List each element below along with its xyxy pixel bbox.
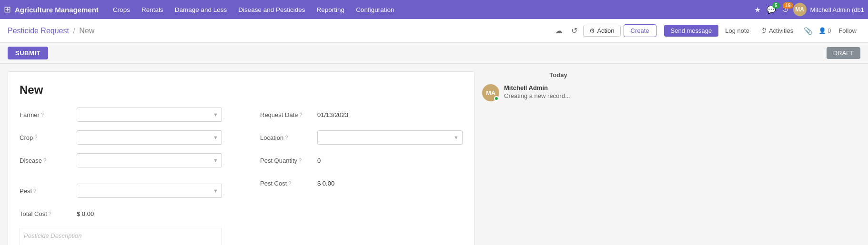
- avatar[interactable]: MA: [793, 3, 807, 16]
- farmer-field: Farmer ? ▼: [20, 106, 222, 123]
- form-right-column: Request Date ? 01/13/2023 Location ? ▼: [241, 106, 463, 245]
- pest-cost-field: Pest Cost ? $ 0.00: [260, 175, 463, 192]
- disease-help-icon[interactable]: ?: [43, 157, 46, 163]
- pest-label: Pest ?: [20, 187, 77, 195]
- action-button[interactable]: ⚙ Action: [583, 25, 620, 37]
- pest-select-wrapper: ▼: [77, 184, 222, 198]
- nav-item-configuration[interactable]: Configuration: [351, 0, 399, 19]
- top-navigation: ⊞ Agriculture Management Crops Rentals D…: [0, 0, 868, 19]
- crop-field: Crop ? ▼: [20, 129, 222, 146]
- breadcrumb-current: New: [79, 27, 94, 35]
- chatter-message: MA Mitchell Admin Creating a new record.…: [482, 84, 635, 101]
- followers-person-icon: 👤: [818, 27, 826, 34]
- chatter-today: Today: [482, 71, 635, 78]
- farmer-select-wrapper: ▼: [77, 108, 222, 122]
- request-date-field: Request Date ? 01/13/2023: [260, 106, 463, 123]
- breadcrumb-parent[interactable]: Pesticide Request: [8, 27, 69, 35]
- main-content: New Farmer ? ▼ Cro: [0, 64, 868, 245]
- farmer-help-icon[interactable]: ?: [41, 112, 44, 118]
- status-badge: DRAFT: [827, 47, 860, 59]
- chatter-username: Mitchell Admin: [504, 84, 635, 91]
- clock-badge: 19: [783, 2, 793, 9]
- request-date-help-icon[interactable]: ?: [300, 112, 303, 118]
- pesticide-description-area[interactable]: Pesticide Description: [20, 228, 222, 245]
- attachment-icon[interactable]: 📎: [802, 25, 815, 37]
- disease-label: Disease ?: [20, 157, 77, 164]
- crop-help-icon[interactable]: ?: [34, 135, 37, 140]
- location-help-icon[interactable]: ?: [285, 135, 288, 140]
- location-field: Location ? ▼: [260, 129, 463, 146]
- nav-item-disease-and-pesticides[interactable]: Disease and Pesticides: [233, 0, 310, 19]
- chatter-message-text: Creating a new record...: [504, 92, 635, 99]
- app-title: Agriculture Management: [15, 6, 99, 14]
- form-container: New Farmer ? ▼ Cro: [8, 71, 474, 245]
- farmer-input[interactable]: [77, 108, 222, 122]
- discard-button[interactable]: ↺: [568, 24, 580, 37]
- chat-badge: 5: [772, 2, 780, 9]
- online-dot: [494, 96, 499, 101]
- activities-icon: ⏱: [761, 27, 767, 34]
- create-button[interactable]: Create: [624, 24, 656, 37]
- app-grid-icon[interactable]: ⊞: [4, 4, 11, 15]
- star-icon[interactable]: ★: [752, 4, 763, 15]
- save-cloud-button[interactable]: ☁: [552, 24, 565, 37]
- nav-item-reporting[interactable]: Reporting: [312, 0, 350, 19]
- pest-cost-help-icon[interactable]: ?: [288, 180, 291, 186]
- form-left-column: Farmer ? ▼ Crop ? ▼: [20, 106, 241, 245]
- chat-button[interactable]: 💬 5: [767, 5, 776, 14]
- pest-input[interactable]: [77, 184, 222, 198]
- left-separator: [20, 175, 222, 178]
- pest-quantity-value: 0: [317, 155, 463, 166]
- chatter-panel: Today MA Mitchell Admin Creating a new r…: [482, 71, 635, 245]
- disease-input[interactable]: [77, 153, 222, 167]
- request-date-label: Request Date ?: [260, 111, 317, 118]
- chatter-body: Mitchell Admin Creating a new record...: [504, 84, 635, 99]
- nav-item-crops[interactable]: Crops: [108, 0, 135, 19]
- chatter-avatar: MA: [482, 84, 499, 101]
- chatter-toolbar: Send message Log note ⏱ Activities: [664, 25, 798, 37]
- disease-select-wrapper: ▼: [77, 153, 222, 167]
- pest-quantity-field: Pest Quantity ? 0: [260, 152, 463, 169]
- breadcrumb-separator: /: [73, 27, 75, 35]
- crop-select-wrapper: ▼: [77, 130, 222, 145]
- total-cost-value: $ 0.00: [77, 208, 222, 219]
- pest-cost-label: Pest Cost ?: [260, 180, 317, 187]
- chatter-right-icons: 📎 👤 0 Follow: [802, 25, 860, 37]
- send-message-button[interactable]: Send message: [664, 25, 719, 37]
- pest-cost-value: $ 0.00: [317, 178, 463, 189]
- location-input[interactable]: [317, 130, 463, 145]
- gear-icon: ⚙: [589, 27, 595, 34]
- toolbar-icons: ☁ ↺ ⚙ Action Create: [552, 24, 656, 37]
- total-cost-field: Total Cost ? $ 0.00: [20, 205, 222, 222]
- disease-field: Disease ? ▼: [20, 152, 222, 169]
- nav-right: ★ 💬 5 ⏱ 19 MA Mitchell Admin (db1: [752, 3, 864, 16]
- nav-item-rentals[interactable]: Rentals: [137, 0, 168, 19]
- pest-field: Pest ? ▼: [20, 182, 222, 199]
- followers-count: 👤 0: [818, 27, 831, 34]
- farmer-label: Farmer ?: [20, 111, 77, 118]
- breadcrumb-bar: Pesticide Request / New ☁ ↺ ⚙ Action Cre…: [0, 19, 868, 43]
- nav-item-damage-and-loss[interactable]: Damage and Loss: [170, 0, 232, 19]
- action-bar: SUBMIT DRAFT: [0, 43, 868, 64]
- breadcrumb: Pesticide Request / New: [8, 27, 548, 35]
- crop-label: Crop ?: [20, 134, 77, 141]
- activities-button[interactable]: ⏱ Activities: [756, 25, 798, 37]
- location-select-wrapper: ▼: [317, 130, 463, 145]
- request-date-value: 01/13/2023: [317, 109, 463, 120]
- follow-button[interactable]: Follow: [835, 25, 860, 37]
- pest-quantity-label: Pest Quantity ?: [260, 157, 317, 164]
- total-cost-label: Total Cost ?: [20, 210, 77, 217]
- clock-button[interactable]: ⏱ 19: [782, 5, 789, 14]
- location-label: Location ?: [260, 134, 317, 141]
- submit-button[interactable]: SUBMIT: [8, 47, 48, 59]
- crop-input[interactable]: [77, 130, 222, 145]
- user-label[interactable]: Mitchell Admin (db1: [810, 6, 864, 13]
- pest-quantity-help-icon[interactable]: ?: [299, 157, 302, 163]
- form-grid: Farmer ? ▼ Crop ? ▼: [20, 106, 463, 245]
- total-cost-help-icon[interactable]: ?: [49, 211, 51, 216]
- pest-help-icon[interactable]: ?: [33, 188, 36, 194]
- form-title: New: [20, 83, 463, 97]
- log-note-button[interactable]: Log note: [720, 25, 754, 37]
